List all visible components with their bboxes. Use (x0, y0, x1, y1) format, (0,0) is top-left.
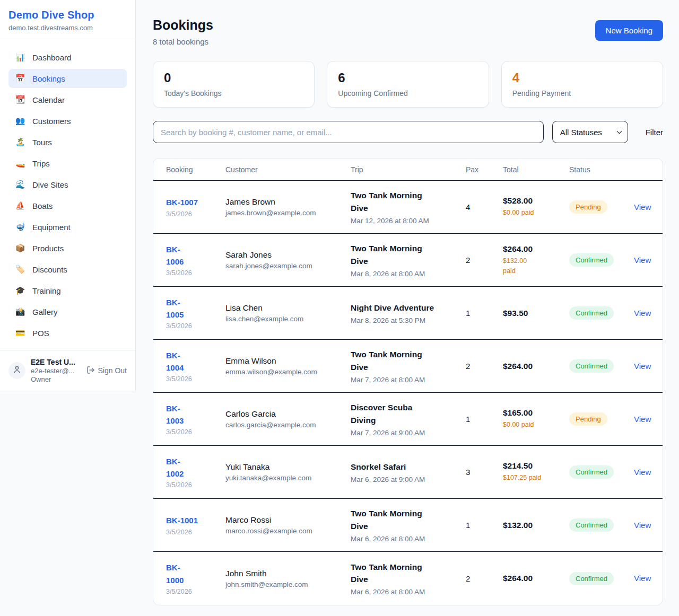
booking-id-link[interactable]: BK- 1000 (166, 563, 184, 584)
total-amount: $132.00 (503, 521, 562, 530)
trip-name: Two Tank Morning Dive (351, 242, 458, 267)
sidebar-item-label: Products (32, 244, 64, 253)
sidebar-item-training[interactable]: 🎓Training (8, 281, 127, 300)
booking-id-link[interactable]: BK- 1004 (166, 351, 184, 372)
customer-cell: Lisa Chenlisa.chen@example.com (225, 303, 351, 323)
sidebar-item-discounts[interactable]: 🏷️Discounts (8, 260, 127, 279)
sidebar-item-products[interactable]: 📦Products (8, 239, 127, 258)
total-cell: $264.00 (503, 362, 569, 371)
paid-amount: $107.25 paid (503, 473, 562, 483)
sidebar-item-pos[interactable]: 💳POS (8, 323, 127, 342)
booking-date: 3/5/2026 (166, 428, 218, 436)
stat-label: Pending Payment (512, 89, 652, 98)
logout-icon (86, 366, 95, 376)
booking-id-link[interactable]: BK-1001 (166, 516, 198, 525)
total-amount: $264.00 (503, 362, 562, 371)
column-header-status: Status (569, 165, 634, 174)
sidebar-item-bookings[interactable]: 📅Bookings (8, 69, 127, 88)
sidebar-item-equipment[interactable]: 🤿Equipment (8, 217, 127, 236)
view-link[interactable]: View (634, 362, 651, 371)
view-link[interactable]: View (634, 415, 651, 424)
pax-count: 1 (466, 521, 503, 530)
bookings-table: BookingCustomerTripPaxTotalStatus BK-100… (153, 158, 663, 605)
booking-cell: BK- 10043/5/2026 (166, 349, 225, 383)
sidebar-item-trips[interactable]: 🚤Trips (8, 154, 127, 173)
booking-id-link[interactable]: BK- 1006 (166, 245, 184, 266)
status-cell: Confirmed (569, 572, 634, 585)
trip-datetime: Mar 6, 2026 at 8:00 AM (351, 535, 458, 543)
customer-email: carlos.garcia@example.com (225, 421, 343, 429)
customer-cell: Emma Wilsonemma.wilson@example.com (225, 356, 351, 376)
view-link[interactable]: View (634, 574, 651, 583)
sidebar-item-gallery[interactable]: 📸Gallery (8, 302, 127, 321)
trip-name: Discover Scuba Diving (351, 401, 458, 426)
sidebar-nav: 📊Dashboard📅Bookings📆Calendar👥Customers🏝️… (0, 39, 135, 350)
sidebar: Demo Dive Shop demo.test.divestreams.com… (0, 0, 136, 391)
booking-id-link[interactable]: BK- 1003 (166, 404, 184, 425)
column-header-trip: Trip (351, 165, 466, 174)
sidebar-item-tours[interactable]: 🏝️Tours (8, 133, 127, 152)
booking-cell: BK- 10023/5/2026 (166, 455, 225, 489)
trip-datetime: Mar 6, 2026 at 9:00 AM (351, 476, 458, 483)
view-link[interactable]: View (634, 256, 651, 265)
booking-cell: BK-10013/5/2026 (166, 514, 225, 535)
customer-cell: Carlos Garciacarlos.garcia@example.com (225, 409, 351, 429)
status-cell: Pending (569, 200, 634, 214)
total-cell: $264.00 (503, 574, 569, 583)
page-header: Bookings 8 total bookings New Booking (153, 17, 663, 46)
view-link[interactable]: View (634, 521, 651, 530)
sidebar-item-label: Boats (32, 201, 53, 210)
diving-mask-icon: 🤿 (15, 222, 25, 232)
user-name: E2E Test U... (31, 358, 75, 366)
trip-name: Night Dive Adventure (351, 302, 458, 314)
status-badge: Pending (569, 200, 607, 214)
sidebar-item-dive-sites[interactable]: 🌊Dive Sites (8, 175, 127, 194)
trip-name: Two Tank Morning Dive (351, 189, 458, 214)
column-header-total: Total (503, 165, 569, 174)
island-icon: 🏝️ (15, 137, 25, 147)
stat-label: Upcoming Confirmed (338, 89, 477, 98)
pax-count: 1 (466, 309, 503, 318)
new-booking-button[interactable]: New Booking (595, 20, 663, 41)
stats-row: 0Today's Bookings6Upcoming Confirmed4Pen… (153, 61, 663, 108)
booking-id-link[interactable]: BK- 1002 (166, 457, 184, 478)
status-filter-select[interactable]: All Statuses (552, 121, 628, 143)
actions-cell: View (634, 521, 663, 530)
total-cell: $214.50$107.25 paid (503, 461, 569, 483)
view-link[interactable]: View (634, 468, 651, 477)
filter-button[interactable]: Filter (646, 128, 663, 137)
total-cell: $528.00$0.00 paid (503, 196, 569, 218)
sign-out-button[interactable]: Sign Out (86, 366, 127, 376)
brand-name[interactable]: Demo Dive Shop (8, 9, 127, 21)
bar-chart-icon: 📊 (15, 52, 25, 62)
customer-email: john.smith@example.com (225, 580, 343, 588)
sidebar-item-calendar[interactable]: 📆Calendar (8, 90, 127, 109)
status-badge: Confirmed (569, 572, 614, 585)
page-subtitle: 8 total bookings (153, 37, 213, 46)
total-amount: $528.00 (503, 196, 562, 206)
trip-cell: Two Tank Morning DiveMar 6, 2026 at 8:00… (351, 561, 466, 596)
view-link[interactable]: View (634, 203, 651, 212)
pax-count: 2 (466, 574, 503, 583)
sailboat-icon: ⛵ (15, 201, 25, 210)
sidebar-item-label: Dashboard (32, 53, 71, 62)
search-input[interactable] (153, 121, 544, 143)
booking-id-link[interactable]: BK- 1005 (166, 298, 184, 319)
column-header-customer: Customer (225, 165, 351, 174)
tag-icon: 🏷️ (15, 265, 25, 274)
sidebar-item-boats[interactable]: ⛵Boats (8, 196, 127, 215)
booking-cell: BK-10073/5/2026 (166, 196, 225, 217)
sidebar-item-dashboard[interactable]: 📊Dashboard (8, 48, 127, 67)
main-content: Bookings 8 total bookings New Booking 0T… (136, 0, 679, 616)
sidebar-item-customers[interactable]: 👥Customers (8, 111, 127, 130)
speedboat-icon: 🚤 (15, 159, 25, 168)
table-row: BK- 10003/5/2026John Smithjohn.smith@exa… (153, 552, 663, 605)
view-link[interactable]: View (634, 309, 651, 318)
sidebar-item-label: Training (32, 286, 61, 295)
booking-id-link[interactable]: BK-1007 (166, 198, 198, 207)
customer-name: Sarah Jones (225, 250, 343, 260)
status-select-wrap: All Statuses (552, 121, 628, 143)
customer-email: yuki.tanaka@example.com (225, 474, 343, 482)
trip-cell: Two Tank Morning DiveMar 8, 2026 at 8:00… (351, 242, 466, 278)
brand-block: Demo Dive Shop demo.test.divestreams.com (0, 0, 135, 39)
